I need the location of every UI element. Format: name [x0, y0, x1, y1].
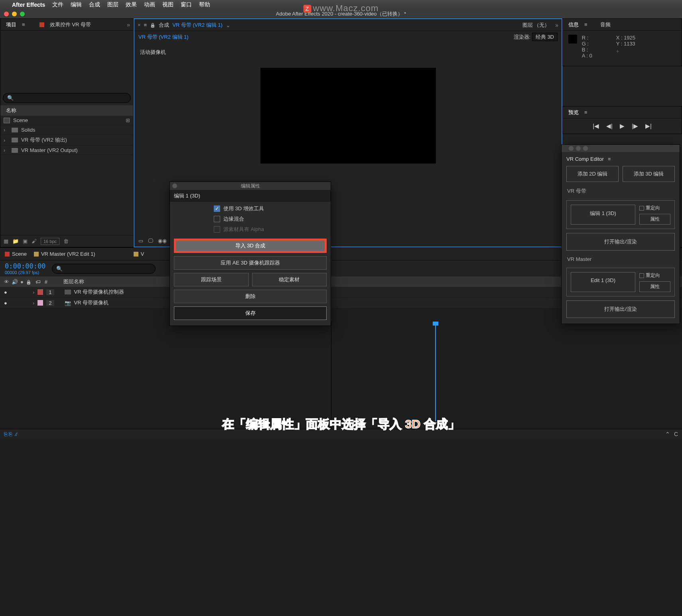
playhead-line[interactable] [435, 322, 436, 421]
timeline-tab-scene[interactable]: Scene [5, 251, 27, 257]
twirl-icon[interactable]: › [4, 127, 8, 133]
twirl-icon[interactable]: › [4, 147, 8, 153]
footer-icon-1[interactable]: ⎘ [4, 431, 7, 437]
play-icon[interactable]: ▶ [620, 122, 625, 130]
tab-project[interactable]: 项目 [4, 20, 19, 30]
menu-window[interactable]: 窗口 [181, 1, 192, 8]
vr-panel-titlebar[interactable] [562, 145, 680, 152]
bpc-toggle[interactable]: 16 bpc [41, 238, 59, 245]
zoom-icon[interactable] [583, 146, 588, 151]
close-window-icon[interactable] [4, 12, 9, 16]
close-icon[interactable] [172, 184, 177, 188]
prev-frame-icon[interactable]: ◀| [606, 122, 613, 130]
import-3d-comp-button[interactable]: 导入 3D 合成 [174, 239, 327, 253]
checkbox-edge-blend[interactable]: 边缘混合 [214, 215, 327, 223]
layer-color-chip[interactable] [37, 300, 43, 306]
tab-info[interactable]: 信息 [566, 20, 581, 30]
comp-tab-name[interactable]: VR 母带 (VR2 编辑 1) [172, 22, 223, 29]
props-button-en[interactable]: 属性 [639, 281, 670, 292]
tab-effect-controls[interactable]: 效果控件 VR 母带 [47, 20, 93, 30]
panel-menu-icon[interactable]: ≡ [584, 109, 587, 115]
open-output-cn-button[interactable]: 打开输出/渲染 [566, 233, 675, 251]
stabilize-button[interactable]: 稳定素材 [252, 273, 327, 286]
trash-icon[interactable]: 🗑 [63, 238, 69, 244]
project-item-solids[interactable]: › Solids [0, 125, 133, 135]
first-frame-icon[interactable]: |◀ [593, 122, 599, 130]
reorient-checkbox-cn[interactable]: 重定向 [639, 205, 670, 211]
menu-layer[interactable]: 图层 [107, 1, 118, 8]
menu-anim[interactable]: 动画 [144, 1, 155, 8]
project-search-input[interactable]: 🔍 [3, 93, 131, 103]
panel-overflow-icon[interactable]: » [555, 22, 558, 28]
menu-effect[interactable]: 效果 [126, 1, 137, 8]
lock-icon[interactable] [150, 22, 156, 28]
checkbox-3d-tools[interactable]: ✓使用 3D 增效工具 [214, 205, 327, 212]
magnify-icon[interactable]: ▭ [138, 238, 143, 244]
panel-menu-icon[interactable]: ≡ [584, 22, 587, 28]
timeline-tab-vrmaster[interactable]: VR Master (VR2 Edit 1) [34, 251, 95, 257]
twirl-icon[interactable]: › [33, 289, 34, 295]
comp-flow-name[interactable]: VR 母带 (VR2 编辑 1) [138, 34, 189, 41]
props-button-cn[interactable]: 属性 [639, 214, 670, 225]
close-icon[interactable] [569, 146, 574, 151]
flowchart-icon[interactable]: ⊞ [126, 117, 130, 123]
twirl-icon[interactable]: › [33, 300, 34, 306]
edit-1-3d-cn-button[interactable]: 编辑 1 (3D) [571, 205, 635, 225]
close-tab-icon[interactable]: × [138, 22, 141, 28]
collapse-icon[interactable]: ⌃ [665, 431, 670, 437]
panel-menu-icon[interactable]: ≡ [22, 22, 25, 28]
menu-edit[interactable]: 编辑 [71, 1, 82, 8]
timeline-search-field[interactable] [65, 266, 151, 272]
reorient-checkbox-en[interactable]: 重定向 [639, 272, 670, 279]
footer-icon-3[interactable]: ⫽ [14, 431, 19, 437]
open-output-en-button[interactable]: 打开输出/渲染 [566, 300, 675, 318]
project-item-vr-cn[interactable]: › VR 母带 (VR2 输出) [0, 135, 133, 146]
delete-button[interactable]: 删除 [174, 290, 327, 303]
menu-help[interactable]: 帮助 [199, 1, 210, 8]
new-folder-icon[interactable]: 📁 [12, 238, 19, 244]
timecode-display[interactable]: 0:00:00:00 [5, 262, 45, 270]
dropdown-icon[interactable]: ⌄ [226, 22, 231, 28]
panel-overflow-icon[interactable]: » [127, 22, 130, 28]
timeline-search-input[interactable]: 🔍 [52, 264, 156, 274]
vr-icon[interactable]: ◉◉ [158, 238, 167, 244]
minimize-icon[interactable] [576, 146, 581, 151]
project-column-name[interactable]: 名称 [0, 105, 133, 116]
audio-column-icon[interactable]: 🔊 [12, 279, 18, 285]
visibility-toggle[interactable]: ● [4, 300, 10, 306]
menu-view[interactable]: 视图 [162, 1, 173, 8]
twirl-icon[interactable]: › [4, 137, 8, 143]
tab-audio[interactable]: 音频 [598, 20, 613, 30]
eye-column-icon[interactable]: 👁 [4, 279, 9, 285]
app-menu[interactable]: After Effects [12, 2, 45, 8]
renderer-dropdown[interactable]: 经典 3D [532, 33, 558, 41]
panel-menu-icon[interactable]: ≡ [144, 22, 147, 28]
active-camera-label[interactable]: 活动摄像机 [140, 49, 556, 56]
zoom-window-icon[interactable] [20, 12, 25, 16]
panel-menu-icon[interactable]: ≡ [608, 156, 611, 162]
track-scene-button[interactable]: 跟踪场景 [174, 273, 249, 286]
footer-c[interactable]: C [674, 431, 678, 437]
edit-props-titlebar[interactable]: 编辑属性 [170, 182, 331, 190]
label-column-icon[interactable]: 🏷 [35, 279, 41, 285]
project-item-vr-en[interactable]: › VR Master (VR2 Output) [0, 146, 133, 155]
composition-viewport[interactable] [260, 68, 436, 164]
visibility-toggle[interactable]: ● [4, 289, 10, 295]
tab-preview[interactable]: 预览 [566, 107, 581, 118]
color-depth-icon[interactable]: 🖌 [32, 238, 37, 244]
last-frame-icon[interactable]: ▶| [645, 122, 652, 130]
apply-camera-tracker-button[interactable]: 应用 AE 3D 摄像机跟踪器 [174, 256, 327, 270]
menu-file[interactable]: 文件 [52, 1, 63, 8]
minimize-window-icon[interactable] [12, 12, 17, 16]
solo-column-icon[interactable]: ● [20, 279, 24, 285]
save-button[interactable]: 保存 [174, 306, 327, 320]
timeline-tab-v[interactable]: V [134, 251, 144, 257]
interpret-icon[interactable]: ▦ [4, 238, 8, 244]
project-item-scene[interactable]: Scene ⊞ [0, 116, 133, 125]
col-number[interactable]: # [45, 279, 47, 285]
add-3d-edit-button[interactable]: 添加 3D 编辑 [623, 166, 675, 182]
edit-1-3d-en-button[interactable]: Edit 1 (3D) [571, 272, 635, 292]
new-comp-icon[interactable]: ▣ [23, 238, 28, 244]
next-frame-icon[interactable]: |▶ [632, 122, 638, 130]
footer-icon-2[interactable]: ⎘ [9, 431, 12, 437]
